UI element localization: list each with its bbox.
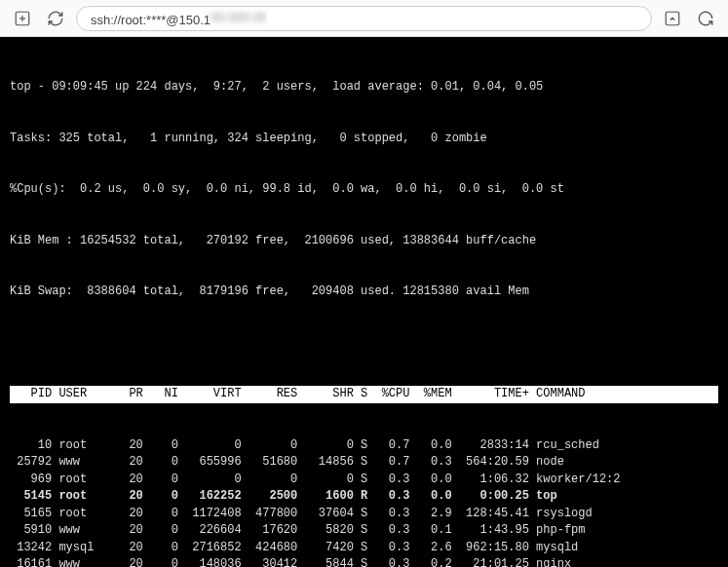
- process-row: 5145 root 20 0 162252 2500 1600 R 0.3 0.…: [10, 488, 718, 506]
- process-row: 13242 mysql 20 0 2716852 424680 7420 S 0…: [10, 540, 718, 557]
- blank-line: [10, 335, 718, 353]
- process-row: 969 root 20 0 0 0 0 S 0.3 0.0 1:06.32 kw…: [10, 472, 718, 489]
- summary-line: %Cpu(s): 0.2 us, 0.0 sy, 0.0 ni, 99.8 id…: [10, 181, 718, 199]
- terminal[interactable]: top - 09:09:45 up 224 days, 9:27, 2 user…: [0, 37, 728, 567]
- process-header: PID USER PR NI VIRT RES SHR S %CPU %MEM …: [10, 386, 718, 403]
- process-row: 5910 www 20 0 226604 17620 5820 S 0.3 0.…: [10, 522, 718, 540]
- toolbar: ssh://root:****@150.100.000.00: [0, 0, 728, 37]
- summary-line: Tasks: 325 total, 1 running, 324 sleepin…: [10, 131, 718, 148]
- new-tab-icon[interactable]: [10, 6, 35, 31]
- refresh-icon[interactable]: [43, 6, 68, 31]
- process-row: 5165 root 20 0 1172408 477800 37604 S 0.…: [10, 506, 718, 523]
- summary-line: KiB Swap: 8388604 total, 8179196 free, 2…: [10, 284, 718, 301]
- address-text: ssh://root:****@150.1: [91, 13, 211, 27]
- process-list: 10 root 20 0 0 0 0 S 0.7 0.0 2833:14 rcu…: [10, 437, 718, 568]
- process-row: 16161 www 20 0 148036 30412 5844 S 0.3 0…: [10, 556, 718, 567]
- summary-line: top - 09:09:45 up 224 days, 9:27, 2 user…: [10, 79, 718, 96]
- process-row: 25792 www 20 0 655996 51680 14856 S 0.7 …: [10, 454, 718, 472]
- process-row: 10 root 20 0 0 0 0 S 0.7 0.0 2833:14 rcu…: [10, 437, 718, 455]
- address-blurred: 00.000.00: [211, 10, 267, 24]
- forward-icon[interactable]: [693, 6, 718, 31]
- summary-line: KiB Mem : 16254532 total, 270192 free, 2…: [10, 233, 718, 250]
- popup-icon[interactable]: [660, 6, 685, 31]
- address-bar[interactable]: ssh://root:****@150.100.000.00: [76, 6, 652, 31]
